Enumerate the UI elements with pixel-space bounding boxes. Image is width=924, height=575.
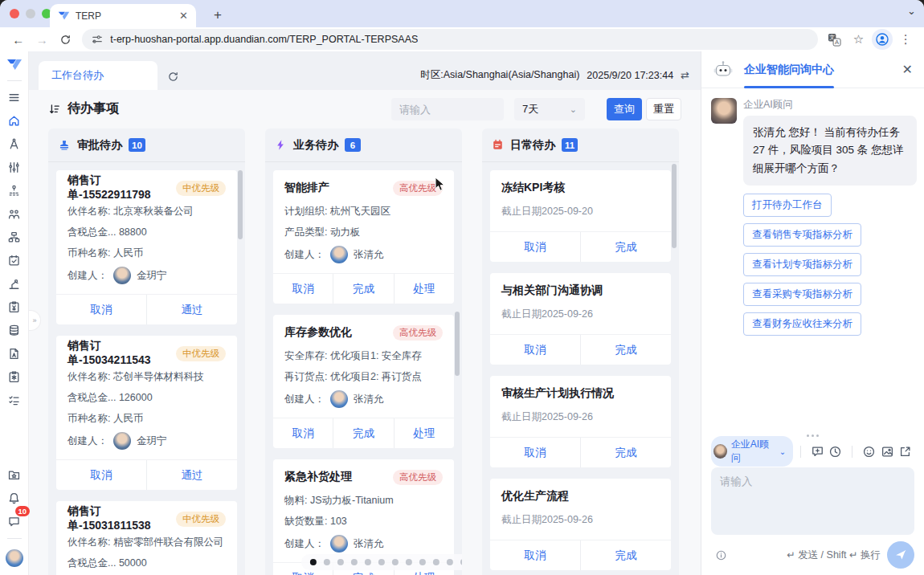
bookmark-star-icon[interactable]: ☆ xyxy=(848,29,869,50)
agent-selector[interactable]: 企业AI顾问 ⌄ xyxy=(711,436,793,467)
cancel-button[interactable]: 取消 xyxy=(273,274,333,304)
complete-button[interactable]: 完成 xyxy=(580,438,671,467)
new-tab-button[interactable]: + xyxy=(207,5,228,26)
pagination-dot[interactable] xyxy=(432,559,439,565)
browser-menu-icon[interactable]: ⋮ xyxy=(896,29,916,50)
tab-search-chevron-icon[interactable]: ⌄ xyxy=(907,5,916,17)
site-info-icon[interactable] xyxy=(92,34,103,45)
pagination-dot[interactable] xyxy=(419,559,425,565)
pagination-dot[interactable] xyxy=(323,559,329,565)
pagination-dot[interactable] xyxy=(350,559,357,565)
sidebar-item-dispatch[interactable] xyxy=(4,180,25,201)
reset-button[interactable]: 重置 xyxy=(646,98,681,120)
menu-icon[interactable] xyxy=(4,87,25,108)
cancel-button[interactable]: 取消 xyxy=(273,418,333,448)
process-button[interactable]: 处理 xyxy=(394,418,454,448)
sidebar-item-people[interactable] xyxy=(4,203,25,224)
process-button[interactable]: 处理 xyxy=(394,274,454,304)
todo-card[interactable]: 库存参数优化 高优先级 安全库存: 优化项目1: 安全库存 再订货点: 优化项目… xyxy=(273,315,454,448)
range-select[interactable]: 7天 ⌄ xyxy=(514,98,585,120)
todo-card[interactable]: 审核生产计划执行情况 截止日期2025-09-26 取消 完成 xyxy=(490,376,671,467)
cancel-button[interactable]: 取消 xyxy=(56,295,146,324)
sidebar-item-settings-sliders[interactable] xyxy=(4,157,25,177)
open-todo-workbench-button[interactable]: 打开待办工作台 xyxy=(743,194,832,217)
browser-tab[interactable]: TERP ✕ xyxy=(50,4,196,27)
cancel-button[interactable]: 取消 xyxy=(56,460,146,490)
pagination-dot[interactable] xyxy=(309,559,316,565)
view-finance-receivables-button[interactable]: 查看财务应收往来分析 xyxy=(743,312,861,336)
sidebar-item-clipboard-yen[interactable] xyxy=(4,296,25,317)
chat-input[interactable] xyxy=(711,467,914,535)
view-planning-metrics-button[interactable]: 查看计划专项指标分析 xyxy=(743,253,861,276)
complete-button[interactable]: 完成 xyxy=(580,232,671,262)
sidebar-item-calendar[interactable] xyxy=(4,250,25,271)
todo-card[interactable]: 冻结KPI考核 截止日期2025-09-20 取消 完成 xyxy=(490,170,671,262)
sidebar-item-checklist[interactable] xyxy=(4,389,25,410)
sidebar-expand-handle[interactable]: » xyxy=(29,310,41,331)
sidebar-item-home[interactable] xyxy=(4,110,25,131)
back-button[interactable]: ← xyxy=(8,29,28,50)
sidebar-item-favorites-folder[interactable] xyxy=(4,464,25,485)
view-sales-metrics-button[interactable]: 查看销售专项指标分析 xyxy=(743,223,861,247)
complete-button[interactable]: 完成 xyxy=(333,418,393,448)
todo-card[interactable]: 销售订单-15031811538 中优先级 伙伴名称: 精密零部件联合有限公司 … xyxy=(56,501,237,575)
sidebar-item-drafting[interactable] xyxy=(4,133,25,154)
pagination-dot[interactable] xyxy=(405,559,411,565)
refresh-icon[interactable] xyxy=(167,71,179,83)
window-close-button[interactable] xyxy=(10,9,19,18)
complete-button[interactable]: 完成 xyxy=(580,540,671,570)
tab-workbench-todo[interactable]: 工作台待办 xyxy=(39,61,157,90)
new-chat-icon[interactable] xyxy=(808,442,827,461)
sidebar-item-org-chart[interactable] xyxy=(4,226,25,247)
todo-card[interactable]: 与相关部门沟通协调 截止日期2025-09-26 取消 完成 xyxy=(490,273,671,365)
info-icon[interactable] xyxy=(711,545,730,565)
cancel-button[interactable]: 取消 xyxy=(490,335,580,365)
close-tab-icon[interactable]: ✕ xyxy=(179,10,188,21)
close-icon[interactable]: ✕ xyxy=(902,62,913,77)
priority-badge: 中优先级 xyxy=(176,181,226,196)
cancel-button[interactable]: 取消 xyxy=(490,232,580,262)
window-minimize-button[interactable] xyxy=(26,9,35,18)
scrollbar-thumb[interactable] xyxy=(238,170,243,239)
pagination-dot[interactable] xyxy=(391,559,398,565)
pagination-dot[interactable] xyxy=(446,559,452,565)
todo-card[interactable]: 优化生产流程 截止日期2025-09-26 取消 完成 xyxy=(490,479,671,570)
assistant-panel: 企业智能问询中心 ✕ 企业AI顾问 张清允 您好！ 当前有待办任务 27 件，风… xyxy=(701,51,924,575)
sidebar-item-robot-arm[interactable] xyxy=(4,273,25,294)
messages-icon[interactable]: 10 xyxy=(4,511,25,532)
emoji-icon[interactable] xyxy=(860,442,878,461)
complete-button[interactable]: 完成 xyxy=(580,335,671,365)
pagination-dot[interactable] xyxy=(337,559,343,565)
user-avatar[interactable] xyxy=(6,549,23,567)
profile-button[interactable] xyxy=(872,29,892,50)
approve-button[interactable]: 通过 xyxy=(146,460,237,490)
todo-card[interactable]: 智能排产 高优先级 计划组织: 杭州飞天园区 产品类型: 动力板 创建人：张清允… xyxy=(273,170,454,304)
reload-button[interactable] xyxy=(55,29,76,50)
query-button[interactable]: 查询 xyxy=(607,98,642,120)
scrollbar-thumb[interactable] xyxy=(455,312,460,376)
todo-card[interactable]: 销售订单-15034211543 中优先级 伙伴名称: 芯创半导体材料科技 含税… xyxy=(56,336,237,490)
pagination-dot[interactable] xyxy=(378,559,384,565)
scrollbar-thumb[interactable] xyxy=(672,164,677,248)
pagination-dot[interactable] xyxy=(460,559,462,565)
send-button[interactable] xyxy=(887,541,914,569)
todo-card[interactable]: 销售订单-15522911798 中优先级 伙伴名称: 北京寒秋装备公司 含税总… xyxy=(56,170,237,324)
expand-icon[interactable] xyxy=(896,442,914,461)
sidebar-item-coins[interactable] xyxy=(4,320,25,341)
history-icon[interactable] xyxy=(827,442,845,461)
cancel-button[interactable]: 取消 xyxy=(490,438,580,467)
complete-button[interactable]: 完成 xyxy=(333,274,393,304)
view-procurement-metrics-button[interactable]: 查看采购专项指标分析 xyxy=(743,283,861,306)
timezone-swap-icon[interactable]: ⇄ xyxy=(681,69,689,81)
address-bar[interactable]: t-erp-huoshan-portal.app.duandian.com/TE… xyxy=(82,29,818,50)
image-icon[interactable] xyxy=(878,442,897,461)
search-input[interactable] xyxy=(391,98,504,120)
cancel-button[interactable]: 取消 xyxy=(490,540,580,570)
approve-button[interactable]: 通过 xyxy=(146,295,237,324)
sidebar-item-document-a[interactable] xyxy=(4,343,25,364)
pagination-dots[interactable] xyxy=(301,554,462,570)
pagination-dot[interactable] xyxy=(364,559,370,565)
sidebar-item-clipboard-snowflake[interactable] xyxy=(4,366,25,387)
translate-icon[interactable]: 文A xyxy=(824,29,844,50)
forward-button[interactable]: → xyxy=(31,29,51,50)
